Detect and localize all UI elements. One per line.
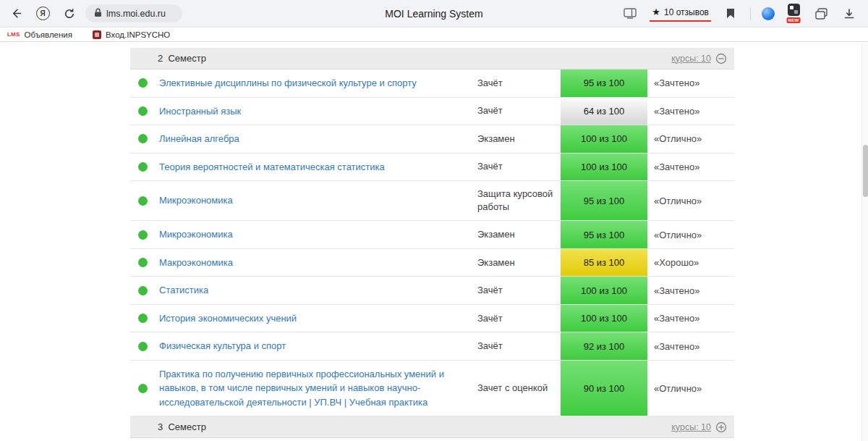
table-row: Линейная алгебра Экзамен 100 из 100 «Отл… [130, 125, 734, 154]
table-row: Макроэкономика Экзамен 85 из 100 «Хорошо… [130, 249, 734, 277]
grade-text: «Отлично» [647, 361, 734, 416]
status-dot-icon [138, 258, 148, 267]
score-badge: 100 из 100 [561, 154, 647, 181]
grade-text: «Отлично» [647, 221, 734, 248]
assessment-type: Зачёт [474, 70, 561, 97]
table-row: Теория вероятностей и математическая ста… [130, 154, 734, 182]
toolbar-divider [750, 7, 751, 20]
course-link[interactable]: История экономических учений [159, 311, 297, 326]
scrollbar-thumb[interactable] [863, 145, 868, 197]
status-dot-icon [138, 106, 148, 116]
status-dot-icon [138, 230, 148, 240]
grade-rows: Элективные дисциплины по физической куль… [130, 70, 734, 416]
bookmark-icon[interactable] [722, 5, 739, 22]
url-text: lms.moi.edu.ru [106, 9, 166, 19]
bookmark-inpsycho[interactable]: Вход.INPSYCHO [93, 30, 170, 39]
score-badge: 92 из 100 [561, 332, 647, 360]
table-row: История экономических учений Зачёт 100 и… [130, 305, 734, 333]
score-badge: 85 из 100 [561, 249, 647, 277]
status-dot-icon [138, 286, 148, 295]
course-link[interactable]: Микроэкономика [159, 193, 233, 208]
course-link[interactable]: Микроэкономика [159, 227, 233, 242]
star-icon: ★ [652, 7, 660, 17]
grade-text: «Зачтено» [647, 70, 734, 97]
status-dot-icon [138, 314, 148, 323]
assessment-type: Экзамен [474, 249, 561, 277]
status-dot-icon [138, 384, 148, 393]
courses-count-link[interactable]: курсы: 10 [671, 54, 711, 64]
bookmark-announcements[interactable]: LMS Объявления [7, 30, 72, 39]
score-badge: 64 из 100 [561, 98, 647, 125]
yandex-icon: Я [36, 7, 50, 20]
course-link[interactable]: Элективные дисциплины по физической куль… [159, 76, 417, 91]
grade-text: «Отлично» [647, 181, 734, 220]
assessment-type: Зачёт [474, 98, 561, 125]
assessment-type: Зачёт [474, 305, 561, 332]
refresh-button[interactable] [61, 5, 78, 22]
table-row: Практика по получению первичных професси… [130, 361, 734, 417]
sidebar-panel-icon[interactable] [621, 5, 639, 22]
score-badge: 100 из 100 [561, 305, 647, 332]
address-bar[interactable]: lms.moi.edu.ru [85, 4, 182, 22]
grade-text: «Хорошо» [647, 249, 734, 277]
table-row: Статистика Зачёт 100 из 100 «Зачтено» [130, 277, 734, 305]
score-badge: 95 из 100 [561, 70, 647, 97]
courses-count-link[interactable]: курсы: 10 [671, 422, 711, 432]
grade-text: «Отлично» [647, 125, 734, 153]
page-scrollbar[interactable] [861, 43, 868, 441]
semester-3-header: 3 Семестр курсы: 10 [130, 416, 734, 438]
semester-title: 2 Семестр [158, 53, 206, 64]
status-dot-icon [138, 196, 148, 206]
status-dot-icon [138, 162, 148, 172]
grade-text: «Зачтено» [647, 305, 734, 332]
new-feature-icon[interactable]: NEW [786, 4, 801, 23]
score-badge: 90 из 100 [561, 361, 647, 416]
score-badge: 100 из 100 [561, 277, 647, 304]
assessment-type: Зачёт [474, 277, 561, 304]
lms-favicon: LMS [7, 31, 20, 38]
yandex-button[interactable]: Я [34, 5, 51, 22]
score-badge: 95 из 100 [561, 221, 647, 248]
course-link[interactable]: Статистика [159, 283, 208, 298]
bookmarks-bar: LMS Объявления Вход.INPSYCHO [0, 28, 868, 42]
course-link[interactable]: Практика по получению первичных професси… [159, 367, 467, 410]
table-row: Микроэкономика Защита курсовой работы 95… [130, 181, 734, 221]
assessment-type: Зачет с оценкой [474, 361, 561, 416]
table-row: Иностранный язык Зачёт 64 из 100 «Зачтен… [130, 98, 734, 126]
site-reviews[interactable]: ★ 10 отзывов [650, 6, 711, 22]
assessment-type: Защита курсовой работы [474, 181, 561, 220]
assessment-type: Экзамен [474, 125, 561, 153]
downloads-icon[interactable] [841, 5, 858, 22]
bookmark-label: Объявления [25, 30, 73, 39]
grade-table: 2 Семестр курсы: 10 Элективные дисциплин… [130, 48, 734, 438]
course-link[interactable]: Иностранный язык [159, 104, 241, 119]
assessment-type: Зачёт [474, 154, 561, 181]
browser-toolbar: Я lms.moi.edu.ru MOI Learning System ★ 1… [0, 0, 868, 28]
course-link[interactable]: Линейная алгебра [159, 132, 239, 146]
collapse-icon[interactable] [715, 53, 727, 64]
inpsycho-favicon [93, 30, 101, 39]
new-badge: NEW [787, 17, 801, 23]
tabs-icon[interactable] [812, 5, 830, 22]
table-row: Микроэкономика Экзамен 95 из 100 «Отличн… [130, 221, 734, 249]
page-content: 2 Семестр курсы: 10 Элективные дисциплин… [0, 42, 868, 440]
course-link[interactable]: Макроэкономика [159, 256, 233, 270]
expand-icon[interactable] [715, 421, 727, 433]
assessment-type: Зачёт [474, 332, 561, 360]
grade-text: «Зачтено» [647, 154, 734, 181]
back-button[interactable] [7, 5, 25, 22]
course-link[interactable]: Теория вероятностей и математическая ста… [159, 160, 385, 175]
semester-2-header: 2 Семестр курсы: 10 [130, 48, 734, 70]
lock-icon [94, 7, 102, 20]
score-badge: 95 из 100 [561, 181, 647, 220]
assessment-type: Экзамен [474, 221, 561, 248]
browser-logo-icon[interactable] [762, 7, 775, 20]
grade-text: «Зачтено» [647, 332, 734, 360]
status-dot-icon [138, 134, 148, 143]
grade-text: «Зачтено» [647, 98, 734, 125]
grade-text: «Зачтено» [647, 277, 734, 304]
semester-title: 3 Семестр [158, 421, 206, 432]
page-title: MOI Learning System [385, 8, 482, 20]
table-row: Физическая культура и спорт Зачёт 92 из … [130, 332, 734, 361]
course-link[interactable]: Физическая культура и спорт [159, 339, 286, 353]
